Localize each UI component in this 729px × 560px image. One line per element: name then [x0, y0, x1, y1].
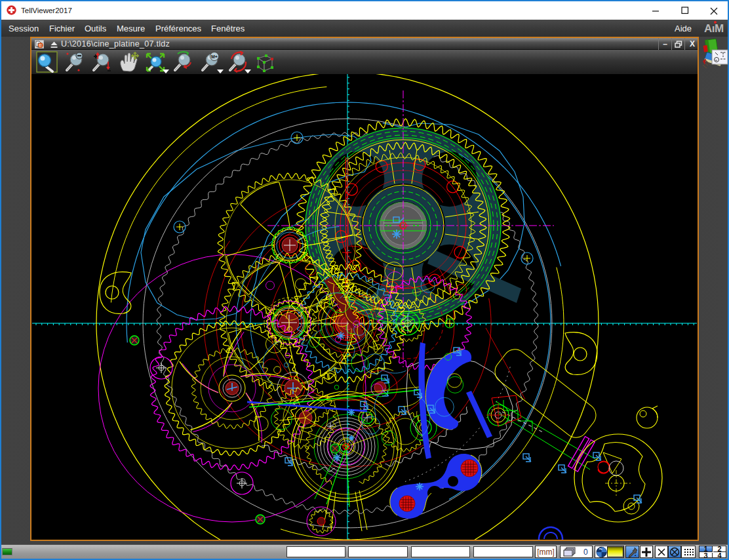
svg-text:M+: M+ [211, 54, 218, 59]
